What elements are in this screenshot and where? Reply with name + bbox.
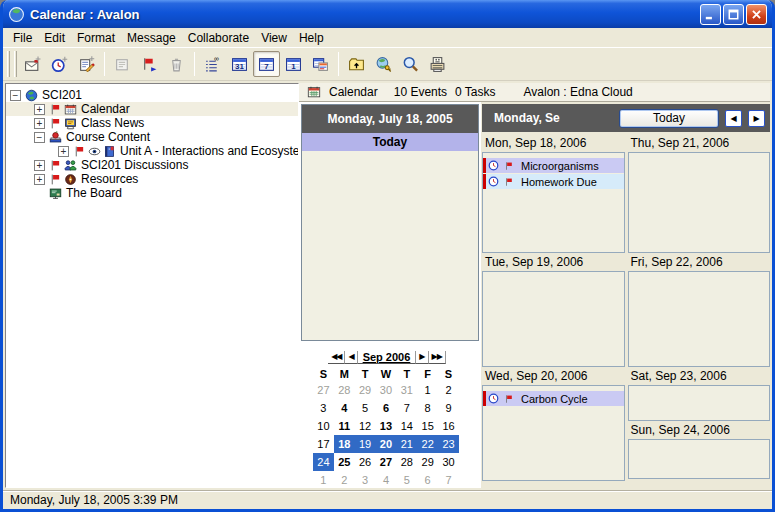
expand-icon[interactable]: +: [34, 104, 45, 115]
mini-calendar-day[interactable]: 13: [376, 417, 397, 435]
tree-item-unit-a-interactions-and-ecosystems[interactable]: +Unit A - Interactions and Ecosystems: [6, 144, 298, 158]
day-cell[interactable]: [628, 385, 771, 421]
prev-year-button[interactable]: ◀◀: [328, 351, 345, 364]
flag-item-button[interactable]: [136, 51, 163, 77]
mini-calendar-day[interactable]: 27: [376, 453, 397, 471]
permissions-button[interactable]: [370, 51, 397, 77]
menu-collaborate[interactable]: Collaborate: [182, 30, 255, 46]
mini-calendar-day[interactable]: 7: [396, 399, 417, 417]
minimize-button[interactable]: [700, 4, 721, 25]
collapse-icon[interactable]: −: [34, 132, 45, 143]
mini-calendar-day[interactable]: 7: [438, 471, 459, 488]
day-view-button[interactable]: 1: [280, 51, 307, 77]
mini-calendar-month-label[interactable]: Sep 2006: [358, 351, 417, 364]
mini-calendar-day[interactable]: 4: [334, 399, 355, 417]
event-microorganisms[interactable]: Microorganisms: [483, 158, 624, 173]
week-view-button[interactable]: 7: [253, 51, 280, 77]
next-week-button[interactable]: ▶: [748, 110, 765, 127]
tree-item-class-news[interactable]: +Class News: [6, 116, 298, 130]
multi-week-view-button[interactable]: [307, 51, 334, 77]
day-cell[interactable]: [628, 439, 771, 479]
mini-calendar-day[interactable]: 6: [417, 471, 438, 488]
maximize-button[interactable]: [723, 4, 744, 25]
mini-calendar-day[interactable]: 3: [355, 471, 376, 488]
mini-calendar-day[interactable]: 9: [438, 399, 459, 417]
day-cell[interactable]: [628, 152, 771, 253]
mini-calendar-day[interactable]: 2: [334, 471, 355, 488]
collapse-icon[interactable]: −: [10, 90, 21, 101]
tree-item-resources[interactable]: +Resources: [6, 172, 298, 186]
mini-calendar-day[interactable]: 12: [355, 417, 376, 435]
tree-item-sci201[interactable]: −SCI201: [6, 88, 298, 102]
close-button[interactable]: [746, 4, 767, 25]
mini-calendar-day[interactable]: 3: [313, 399, 334, 417]
expand-icon[interactable]: +: [34, 174, 45, 185]
mini-calendar-day[interactable]: 19: [355, 435, 376, 453]
up-level-button[interactable]: [343, 51, 370, 77]
mini-calendar-day[interactable]: 17: [313, 435, 334, 453]
print-button[interactable]: [424, 51, 451, 77]
mini-calendar-day[interactable]: 28: [396, 453, 417, 471]
mini-calendar-day[interactable]: 6: [376, 399, 397, 417]
prev-month-button[interactable]: ◀: [345, 351, 357, 364]
menu-format[interactable]: Format: [71, 30, 121, 46]
mini-calendar-day[interactable]: 20: [376, 435, 397, 453]
menu-edit[interactable]: Edit: [38, 30, 71, 46]
expand-icon[interactable]: +: [34, 118, 45, 129]
search-button[interactable]: [397, 51, 424, 77]
mini-calendar-day[interactable]: 30: [376, 381, 397, 399]
mini-calendar-day[interactable]: 1: [313, 471, 334, 488]
menu-file[interactable]: File: [7, 30, 38, 46]
new-message-button[interactable]: [19, 51, 46, 77]
next-month-button[interactable]: ▶: [416, 351, 428, 364]
new-task-button[interactable]: [73, 51, 100, 77]
menu-message[interactable]: Message: [121, 30, 182, 46]
mini-calendar-day[interactable]: 30: [438, 453, 459, 471]
tree-item-the-board[interactable]: The Board: [6, 186, 298, 200]
agenda-view-button[interactable]: ∞: [199, 51, 226, 77]
mini-calendar-day[interactable]: 26: [355, 453, 376, 471]
tree-item-sci201-discussions[interactable]: +SCI201 Discussions: [6, 158, 298, 172]
month-view-button[interactable]: 31: [226, 51, 253, 77]
mini-calendar-day[interactable]: 28: [334, 381, 355, 399]
mini-calendar-day[interactable]: 24: [313, 453, 334, 471]
toolbar-grip-icon[interactable]: [14, 51, 17, 77]
tree-item-course-content[interactable]: −Course Content: [6, 130, 298, 144]
mini-calendar-day[interactable]: 11: [334, 417, 355, 435]
expand-icon[interactable]: +: [34, 160, 45, 171]
tree-item-calendar[interactable]: +Calendar: [6, 102, 298, 116]
day-cell[interactable]: [628, 271, 771, 367]
prev-week-button[interactable]: ◀: [725, 110, 742, 127]
mini-calendar-day[interactable]: 15: [417, 417, 438, 435]
day-cell[interactable]: MicroorganismsHomework Due: [482, 152, 625, 253]
mini-calendar-day[interactable]: 5: [396, 471, 417, 488]
toolbar-grip-icon[interactable]: [7, 51, 10, 77]
mini-calendar-day[interactable]: 25: [334, 453, 355, 471]
event-carbon-cycle[interactable]: Carbon Cycle: [483, 391, 624, 406]
menu-view[interactable]: View: [255, 30, 293, 46]
mini-calendar-day[interactable]: 27: [313, 381, 334, 399]
mini-calendar-day[interactable]: 29: [417, 453, 438, 471]
event-homework-due[interactable]: Homework Due: [483, 174, 624, 189]
mini-calendar-day[interactable]: 21: [396, 435, 417, 453]
mini-calendar-day[interactable]: 18: [334, 435, 355, 453]
today-button[interactable]: Today: [619, 109, 719, 128]
day-view-body[interactable]: [302, 151, 478, 340]
mini-calendar-day[interactable]: 10: [313, 417, 334, 435]
day-cell[interactable]: Carbon Cycle: [482, 385, 625, 481]
mini-calendar-day[interactable]: 4: [376, 471, 397, 488]
new-event-button[interactable]: [46, 51, 73, 77]
next-year-button[interactable]: ▶▶: [429, 351, 446, 364]
mini-calendar-day[interactable]: 5: [355, 399, 376, 417]
mini-calendar-day[interactable]: 2: [438, 381, 459, 399]
mini-calendar-day[interactable]: 22: [417, 435, 438, 453]
mini-calendar-day[interactable]: 16: [438, 417, 459, 435]
expand-icon[interactable]: +: [58, 146, 69, 157]
mini-calendar-day[interactable]: 23: [438, 435, 459, 453]
menu-help[interactable]: Help: [293, 30, 330, 46]
mini-calendar-day[interactable]: 29: [355, 381, 376, 399]
mini-calendar-day[interactable]: 8: [417, 399, 438, 417]
day-cell[interactable]: [482, 271, 625, 367]
mini-calendar-day[interactable]: 31: [396, 381, 417, 399]
mini-calendar-day[interactable]: 14: [396, 417, 417, 435]
